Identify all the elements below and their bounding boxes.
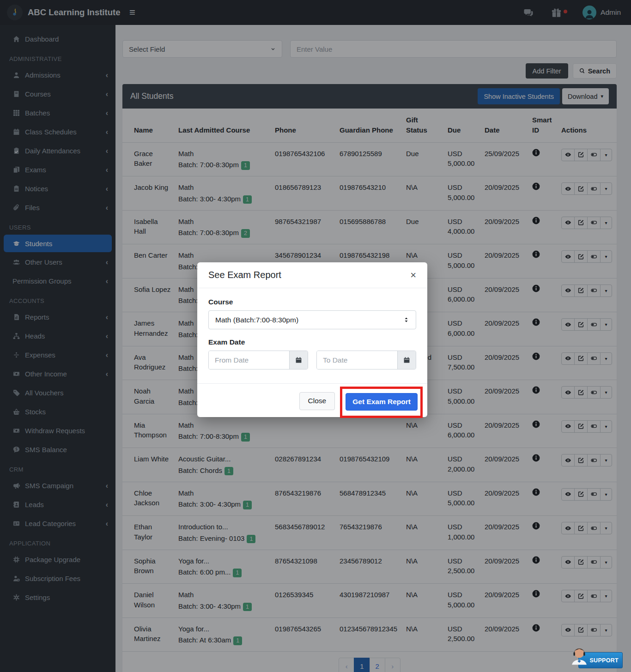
support-label: SUPPORT <box>589 657 619 664</box>
sort-icon <box>403 317 409 323</box>
calendar-icon <box>295 357 302 363</box>
support-agent-icon <box>568 645 591 668</box>
close-button[interactable]: Close <box>299 392 335 410</box>
course-label: Course <box>208 298 416 306</box>
exam-date-label: Exam Date <box>208 338 416 346</box>
from-date-calendar-button[interactable] <box>289 351 308 369</box>
course-select[interactable]: Math (Batch:7:00-8:30pm) <box>208 310 416 329</box>
from-date-group <box>208 351 308 369</box>
app-screen: ABC Learning Institute ≡ Admin Dashboard… <box>0 0 631 672</box>
modal-title: See Exam Report <box>208 270 281 280</box>
support-widget[interactable]: SUPPORT <box>578 652 623 668</box>
course-select-value: Math (Batch:7:00-8:30pm) <box>215 316 298 324</box>
see-exam-report-modal: See Exam Report × Course Math (Batch:7:0… <box>197 262 427 417</box>
to-date-calendar-button[interactable] <box>397 351 416 369</box>
to-date-input[interactable] <box>317 351 397 369</box>
calendar-icon <box>403 357 410 363</box>
from-date-input[interactable] <box>209 351 289 369</box>
to-date-group <box>316 351 416 369</box>
annotation-highlight: Get Exam Report <box>340 387 423 418</box>
close-icon[interactable]: × <box>410 270 416 280</box>
get-exam-report-button[interactable]: Get Exam Report <box>346 393 418 411</box>
